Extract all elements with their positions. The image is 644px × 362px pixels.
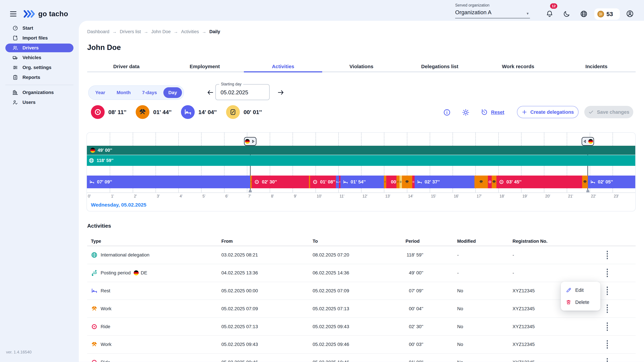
account-button[interactable] [626, 10, 634, 18]
day-link[interactable]: Wednesday, 05.02.2025 [91, 202, 146, 208]
segment-duration: 02' 37'' [425, 179, 440, 184]
marker-dot[interactable] [586, 190, 589, 193]
stat-work-disc [136, 105, 150, 119]
sidebar-item-import-files[interactable]: Import files [5, 34, 74, 42]
sidebar-item-organizations[interactable]: Organizations [5, 88, 74, 97]
timeline-segment-rest[interactable]: 07' 09'' [87, 176, 250, 188]
row-kebab-menu-button[interactable] [607, 340, 608, 349]
marker-dot[interactable] [249, 190, 252, 193]
credits-badge[interactable]: 53 [594, 8, 620, 20]
breadcrumb-item-dashboard[interactable]: Dashboard [87, 29, 109, 34]
starting-day-field[interactable]: Starting day 05.02.2025 [215, 84, 270, 100]
sliders-icon [12, 65, 18, 70]
row-kebab-menu-button[interactable] [607, 287, 608, 295]
sidebar-item-drivers[interactable]: Drivers [5, 43, 74, 52]
timeline-segment-work[interactable] [474, 176, 488, 188]
timeline-segment-work[interactable] [396, 176, 400, 188]
create-delegations-button[interactable]: Create delegations [517, 106, 578, 118]
next-day-button[interactable] [277, 89, 284, 96]
menu-item-delete[interactable]: Delete [561, 296, 600, 308]
hamburger-menu-icon[interactable] [10, 11, 16, 16]
timeline-segment-rest[interactable]: 02' 05'' [588, 176, 635, 188]
period-option-year[interactable]: Year [90, 87, 110, 98]
cell-type: International delegation [91, 252, 221, 258]
timeline-segment-ride[interactable]: 02' 30'' [252, 176, 309, 188]
posting-period-bar[interactable]: 49' 00'' [87, 146, 635, 155]
cell-registration: XYZ12345 [512, 342, 606, 347]
timeline-segment-work[interactable] [384, 176, 386, 188]
period-option-day[interactable]: Day [163, 87, 182, 98]
row-kebab-menu-button[interactable] [607, 323, 608, 331]
language-button[interactable] [580, 10, 588, 18]
row-kebab-menu-button[interactable] [607, 305, 608, 313]
version-label: ver. 1.4.16540 [6, 350, 32, 355]
sidebar-item-org-settings[interactable]: Org. settings [5, 63, 74, 72]
axis-tick: 23' [614, 194, 619, 198]
tab-work-records[interactable]: Work records [479, 62, 557, 71]
marker-badge-drive-end[interactable] [582, 137, 594, 146]
tab-driver-data[interactable]: Driver data [87, 62, 166, 71]
timeline-segment-ride[interactable]: 00' 27'' [386, 176, 396, 188]
timeline-segment-ride[interactable] [339, 176, 340, 188]
timeline-segment-work[interactable] [402, 176, 412, 188]
axis-tick: 12' [362, 194, 368, 198]
chevron-down-icon: ▼ [526, 12, 529, 15]
info-button[interactable] [443, 109, 451, 116]
menu-item-edit[interactable]: Edit [561, 284, 600, 296]
app-logo[interactable]: go tacho [23, 10, 68, 18]
cell-modified: No [423, 288, 512, 294]
period-option-7-days[interactable]: 7-days [137, 87, 162, 98]
timeline-segment-rest[interactable]: 02' 37'' [414, 176, 474, 188]
cell-from: 05.02.2025 07:13 [221, 324, 312, 329]
axis-tick: 0' [88, 194, 91, 198]
cell-from: 04.02.2025 13:36 [221, 270, 312, 276]
period-option-month[interactable]: Month [112, 87, 136, 98]
timeline-segment-rest[interactable]: 01' 54'' [340, 176, 384, 188]
breadcrumb-item-drivers-list[interactable]: Drivers list [120, 29, 141, 34]
row-kebab-menu-button[interactable] [607, 269, 608, 277]
tab-activities[interactable]: Activities [244, 62, 322, 71]
save-changes-button[interactable]: Save changes [584, 106, 633, 118]
sidebar-item-users[interactable]: Users [5, 98, 74, 107]
settings-button[interactable] [462, 109, 470, 116]
tab-employment[interactable]: Employment [166, 62, 244, 71]
timeline-segment-ride[interactable]: 03' 45'' [496, 176, 582, 188]
row-kebab-menu-button[interactable] [607, 251, 608, 259]
breadcrumb-item-john-doe[interactable]: John Doe [151, 29, 171, 34]
timeline-segment-ride[interactable]: 01' 08'' [310, 176, 336, 188]
timeline-segment-ride[interactable] [488, 176, 492, 188]
sidebar-item-vehicles[interactable]: Vehicles [5, 53, 74, 62]
dark-mode-toggle[interactable] [563, 10, 570, 18]
prev-day-button[interactable] [206, 89, 214, 96]
breadcrumb-item-daily[interactable]: Daily [209, 29, 220, 34]
timeline-segment-work[interactable] [309, 176, 310, 188]
table-header: TypeFromToPeriodModifiedRegistration No. [87, 237, 636, 246]
delegation-bar[interactable]: 118' 59'' [87, 155, 635, 166]
tab-violations[interactable]: Violations [322, 62, 400, 71]
cell-period: 118' 59'' [406, 252, 423, 258]
stat-ride-value: 08' 11'' [108, 109, 126, 115]
tab-incidents[interactable]: Incidents [557, 62, 636, 71]
timeline-segment-rest[interactable] [336, 176, 339, 188]
tab-delegations-list[interactable]: Delegations list [401, 62, 479, 71]
drivers-icon [12, 45, 18, 51]
sidebar-item-start[interactable]: Start [5, 24, 74, 32]
segment-duration: 01' 54'' [350, 179, 366, 184]
timeline-segment-availability[interactable] [400, 176, 402, 188]
row-kebab-menu-button[interactable] [607, 358, 608, 362]
ring-icon [488, 180, 492, 183]
reset-button[interactable]: Reset [481, 109, 504, 116]
axis-tick: 14' [408, 194, 413, 198]
marker-badge-drive-start[interactable] [244, 137, 256, 146]
cell-period: 00' 04'' [406, 306, 423, 311]
timeline-segment-ride[interactable] [412, 176, 414, 188]
activity-type-label: Posting period [100, 270, 131, 276]
sidebar-item-reports[interactable]: Reports [5, 73, 74, 82]
served-organization-select[interactable]: Served organization Organization A ▼ [455, 3, 530, 18]
germany-flag-icon [245, 139, 250, 144]
timeline-segment-work[interactable] [250, 176, 252, 188]
breadcrumb-item-activities[interactable]: Activities [181, 29, 199, 34]
timeline-segment-work[interactable] [492, 176, 496, 188]
notifications-button[interactable] [546, 10, 554, 18]
timeline-segment-work[interactable] [582, 176, 588, 188]
